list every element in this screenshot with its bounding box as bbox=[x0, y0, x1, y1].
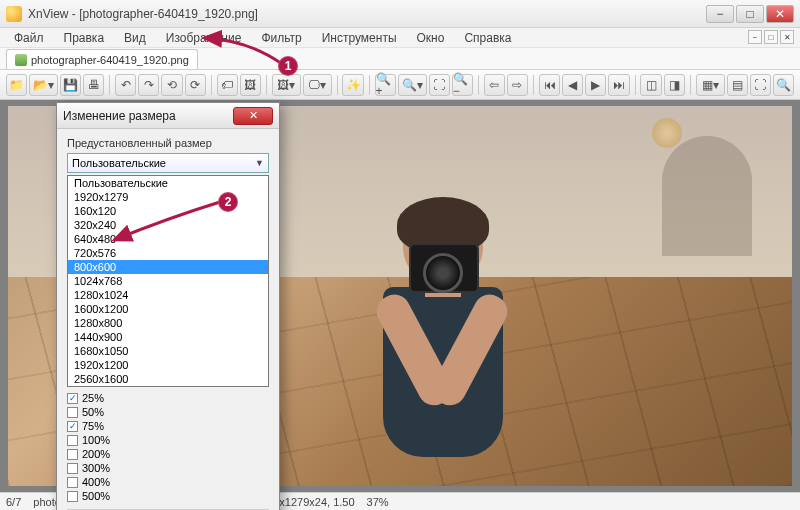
checkbox-icon: ✓ bbox=[67, 421, 78, 432]
separator bbox=[109, 75, 110, 95]
percent-option[interactable]: 50% bbox=[67, 405, 269, 419]
percent-label: 75% bbox=[82, 420, 104, 432]
preset-size-option[interactable]: 1440x900 bbox=[68, 330, 268, 344]
checkbox-icon bbox=[67, 449, 78, 460]
tabbar: photographer-640419_1920.png bbox=[0, 48, 800, 70]
checkbox-icon bbox=[67, 491, 78, 502]
last-button[interactable]: ⏭ bbox=[608, 74, 629, 96]
tab-label: photographer-640419_1920.png bbox=[31, 54, 189, 66]
first-button[interactable]: ⏮ bbox=[539, 74, 560, 96]
preset-size-option[interactable]: 2560x1600 bbox=[68, 372, 268, 386]
page-prev-button[interactable]: ◀ bbox=[562, 74, 583, 96]
panel1-button[interactable]: ◫ bbox=[640, 74, 661, 96]
undo-button[interactable]: ⟲ bbox=[161, 74, 182, 96]
separator bbox=[337, 75, 338, 95]
enhance-button[interactable]: ✨ bbox=[342, 74, 363, 96]
percent-option[interactable]: 500% bbox=[67, 489, 269, 503]
separator bbox=[635, 75, 636, 95]
fullscreen-button[interactable]: ⛶ bbox=[750, 74, 771, 96]
percent-option[interactable]: 100% bbox=[67, 433, 269, 447]
preset-size-option[interactable]: Пользовательские bbox=[68, 176, 268, 190]
percent-option[interactable]: ✓25% bbox=[67, 391, 269, 405]
status-index: 6/7 bbox=[6, 496, 21, 508]
resize-dialog: Изменение размера ✕ Предустановленный ра… bbox=[56, 102, 280, 510]
preset-size-combobox[interactable]: Пользовательские ▼ bbox=[67, 153, 269, 173]
preset-size-option[interactable]: 1024x768 bbox=[68, 274, 268, 288]
menu-view[interactable]: Вид bbox=[116, 29, 154, 47]
separator bbox=[266, 75, 267, 95]
percent-label: 200% bbox=[82, 448, 110, 460]
annotation-arrow-2 bbox=[108, 198, 228, 252]
annotation-arrow-1 bbox=[198, 36, 288, 74]
separator bbox=[478, 75, 479, 95]
window-titlebar: XnView - [photographer-640419_1920.png] … bbox=[0, 0, 800, 28]
percent-options: ✓25%50%✓75%100%200%300%400%500% bbox=[67, 391, 269, 503]
mdi-minimize-button[interactable]: − bbox=[748, 30, 762, 44]
tag-button[interactable]: 🏷 bbox=[217, 74, 238, 96]
preset-size-option[interactable]: 1680x1050 bbox=[68, 344, 268, 358]
browse-button[interactable]: 📁 bbox=[6, 74, 27, 96]
dialog-title: Изменение размера bbox=[63, 109, 176, 123]
save-button[interactable]: 💾 bbox=[60, 74, 81, 96]
capture-button[interactable]: 🖵▾ bbox=[303, 74, 332, 96]
percent-label: 50% bbox=[82, 406, 104, 418]
search-button[interactable]: 🔍 bbox=[773, 74, 794, 96]
toolbar: 📁 📂▾ 💾 🖶 ↶ ↷ ⟲ ⟳ 🏷 🖼 🖼▾ 🖵▾ ✨ 🔍+ 🔍▾ ⛶ 🔍− … bbox=[0, 70, 800, 100]
panel2-button[interactable]: ◨ bbox=[664, 74, 685, 96]
percent-label: 25% bbox=[82, 392, 104, 404]
menu-tools[interactable]: Инструменты bbox=[314, 29, 405, 47]
zoom-out-button[interactable]: 🔍− bbox=[452, 74, 473, 96]
next-button[interactable]: ⇨ bbox=[507, 74, 528, 96]
rotate-cw-button[interactable]: ↷ bbox=[138, 74, 159, 96]
annotation-badge-2: 2 bbox=[218, 192, 238, 212]
page-next-button[interactable]: ▶ bbox=[585, 74, 606, 96]
mdi-close-button[interactable]: ✕ bbox=[780, 30, 794, 44]
separator bbox=[690, 75, 691, 95]
thumbnails-button[interactable]: ▤ bbox=[727, 74, 748, 96]
percent-option[interactable]: 400% bbox=[67, 475, 269, 489]
checkbox-icon bbox=[67, 407, 78, 418]
menu-help[interactable]: Справка bbox=[456, 29, 519, 47]
preset-size-option[interactable]: 800x600 bbox=[68, 260, 268, 274]
percent-option[interactable]: ✓75% bbox=[67, 419, 269, 433]
minimize-button[interactable]: − bbox=[706, 5, 734, 23]
preset-size-option[interactable]: 1920x1200 bbox=[68, 358, 268, 372]
print-button[interactable]: 🖶 bbox=[83, 74, 104, 96]
annotation-badge-1: 1 bbox=[278, 56, 298, 76]
window-title: XnView - [photographer-640419_1920.png] bbox=[28, 7, 258, 21]
zoom-level-button[interactable]: 🔍▾ bbox=[398, 74, 427, 96]
menu-edit[interactable]: Правка bbox=[56, 29, 113, 47]
menu-file[interactable]: Файл bbox=[6, 29, 52, 47]
open-button[interactable]: 📂▾ bbox=[29, 74, 58, 96]
preset-size-option[interactable]: 1280x800 bbox=[68, 316, 268, 330]
document-tab[interactable]: photographer-640419_1920.png bbox=[6, 49, 198, 69]
zoom-in-button[interactable]: 🔍+ bbox=[375, 74, 396, 96]
rotate-ccw-button[interactable]: ↶ bbox=[115, 74, 136, 96]
checkbox-icon: ✓ bbox=[67, 393, 78, 404]
separator bbox=[533, 75, 534, 95]
percent-option[interactable]: 300% bbox=[67, 461, 269, 475]
mdi-restore-button[interactable]: □ bbox=[764, 30, 778, 44]
separator bbox=[369, 75, 370, 95]
status-zoom: 37% bbox=[367, 496, 389, 508]
close-button[interactable]: ✕ bbox=[766, 5, 794, 23]
menubar: Файл Правка Вид Изображение Фильтр Инстр… bbox=[0, 28, 800, 48]
maximize-button[interactable]: □ bbox=[736, 5, 764, 23]
zoom-fit-button[interactable]: ⛶ bbox=[429, 74, 450, 96]
percent-label: 300% bbox=[82, 462, 110, 474]
layout-button[interactable]: ▦▾ bbox=[696, 74, 725, 96]
redo-button[interactable]: ⟳ bbox=[185, 74, 206, 96]
dialog-close-button[interactable]: ✕ bbox=[233, 107, 273, 125]
menu-window[interactable]: Окно bbox=[409, 29, 453, 47]
preset-size-option[interactable]: 1280x1024 bbox=[68, 288, 268, 302]
checkbox-icon bbox=[67, 435, 78, 446]
percent-label: 100% bbox=[82, 434, 110, 446]
image-button[interactable]: 🖼 bbox=[240, 74, 261, 96]
combobox-value: Пользовательские bbox=[72, 157, 166, 169]
dialog-titlebar[interactable]: Изменение размера ✕ bbox=[57, 103, 279, 129]
percent-option[interactable]: 200% bbox=[67, 447, 269, 461]
acquire-button[interactable]: 🖼▾ bbox=[272, 74, 301, 96]
prev-button[interactable]: ⇦ bbox=[484, 74, 505, 96]
preset-size-option[interactable]: 1600x1200 bbox=[68, 302, 268, 316]
percent-label: 400% bbox=[82, 476, 110, 488]
